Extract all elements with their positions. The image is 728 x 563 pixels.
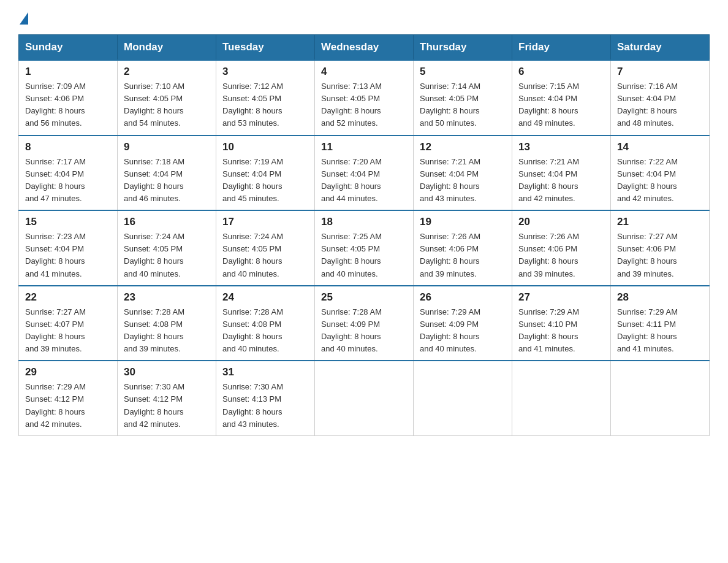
day-number: 6 bbox=[518, 66, 604, 78]
day-info: Sunrise: 7:09 AMSunset: 4:06 PMDaylight:… bbox=[25, 82, 86, 128]
calendar-cell: 14 Sunrise: 7:22 AMSunset: 4:04 PMDaylig… bbox=[611, 136, 710, 211]
day-number: 22 bbox=[25, 291, 111, 304]
day-number: 15 bbox=[25, 216, 111, 228]
calendar-cell: 21 Sunrise: 7:27 AMSunset: 4:06 PMDaylig… bbox=[611, 210, 710, 286]
calendar-cell: 1 Sunrise: 7:09 AMSunset: 4:06 PMDayligh… bbox=[19, 60, 118, 136]
day-info: Sunrise: 7:16 AMSunset: 4:04 PMDaylight:… bbox=[617, 82, 678, 128]
week-row: 8 Sunrise: 7:17 AMSunset: 4:04 PMDayligh… bbox=[19, 136, 710, 211]
calendar-cell: 20 Sunrise: 7:26 AMSunset: 4:06 PMDaylig… bbox=[512, 210, 611, 286]
calendar-cell: 12 Sunrise: 7:21 AMSunset: 4:04 PMDaylig… bbox=[414, 136, 512, 211]
calendar-cell: 31 Sunrise: 7:30 AMSunset: 4:13 PMDaylig… bbox=[216, 361, 315, 435]
day-info: Sunrise: 7:14 AMSunset: 4:05 PMDaylight:… bbox=[420, 82, 480, 128]
day-info: Sunrise: 7:27 AMSunset: 4:07 PMDaylight:… bbox=[25, 307, 86, 353]
calendar-cell: 9 Sunrise: 7:18 AMSunset: 4:04 PMDayligh… bbox=[118, 136, 216, 211]
calendar-table: SundayMondayTuesdayWednesdayThursdayFrid… bbox=[18, 34, 710, 436]
day-info: Sunrise: 7:28 AMSunset: 4:08 PMDaylight:… bbox=[124, 307, 184, 353]
day-of-week-header: Monday bbox=[118, 35, 216, 61]
calendar-cell: 23 Sunrise: 7:28 AMSunset: 4:08 PMDaylig… bbox=[118, 286, 216, 361]
week-row: 29 Sunrise: 7:29 AMSunset: 4:12 PMDaylig… bbox=[19, 361, 710, 435]
week-row: 15 Sunrise: 7:23 AMSunset: 4:04 PMDaylig… bbox=[19, 210, 710, 286]
day-number: 24 bbox=[222, 291, 308, 304]
calendar-cell: 24 Sunrise: 7:28 AMSunset: 4:08 PMDaylig… bbox=[216, 286, 315, 361]
day-info: Sunrise: 7:28 AMSunset: 4:08 PMDaylight:… bbox=[222, 307, 283, 353]
day-number: 27 bbox=[518, 291, 604, 304]
calendar-cell: 13 Sunrise: 7:21 AMSunset: 4:04 PMDaylig… bbox=[512, 136, 611, 211]
day-of-week-header: Sunday bbox=[19, 35, 118, 61]
day-info: Sunrise: 7:24 AMSunset: 4:05 PMDaylight:… bbox=[124, 232, 184, 278]
day-number: 16 bbox=[124, 216, 210, 228]
calendar-cell: 28 Sunrise: 7:29 AMSunset: 4:11 PMDaylig… bbox=[611, 286, 710, 361]
day-number: 21 bbox=[617, 216, 703, 228]
day-info: Sunrise: 7:27 AMSunset: 4:06 PMDaylight:… bbox=[617, 232, 678, 278]
day-number: 1 bbox=[25, 66, 111, 78]
day-number: 13 bbox=[518, 141, 604, 153]
day-info: Sunrise: 7:19 AMSunset: 4:04 PMDaylight:… bbox=[222, 157, 283, 203]
day-info: Sunrise: 7:13 AMSunset: 4:05 PMDaylight:… bbox=[321, 82, 382, 128]
day-number: 4 bbox=[321, 66, 407, 78]
calendar-cell bbox=[414, 361, 512, 435]
day-info: Sunrise: 7:29 AMSunset: 4:09 PMDaylight:… bbox=[420, 307, 480, 353]
day-of-week-header: Thursday bbox=[414, 35, 512, 61]
day-number: 17 bbox=[222, 216, 308, 228]
day-info: Sunrise: 7:21 AMSunset: 4:04 PMDaylight:… bbox=[518, 157, 579, 203]
day-of-week-header: Saturday bbox=[611, 35, 710, 61]
day-number: 18 bbox=[321, 216, 407, 228]
week-row: 1 Sunrise: 7:09 AMSunset: 4:06 PMDayligh… bbox=[19, 60, 710, 136]
day-number: 14 bbox=[617, 141, 703, 153]
calendar-header-row: SundayMondayTuesdayWednesdayThursdayFrid… bbox=[19, 35, 710, 61]
day-info: Sunrise: 7:24 AMSunset: 4:05 PMDaylight:… bbox=[222, 232, 283, 278]
calendar-cell: 19 Sunrise: 7:26 AMSunset: 4:06 PMDaylig… bbox=[414, 210, 512, 286]
day-info: Sunrise: 7:25 AMSunset: 4:05 PMDaylight:… bbox=[321, 232, 382, 278]
day-info: Sunrise: 7:10 AMSunset: 4:05 PMDaylight:… bbox=[124, 82, 184, 128]
calendar-cell: 7 Sunrise: 7:16 AMSunset: 4:04 PMDayligh… bbox=[611, 60, 710, 136]
calendar-cell: 8 Sunrise: 7:17 AMSunset: 4:04 PMDayligh… bbox=[19, 136, 118, 211]
day-number: 29 bbox=[25, 366, 111, 378]
calendar-cell: 4 Sunrise: 7:13 AMSunset: 4:05 PMDayligh… bbox=[315, 60, 414, 136]
day-of-week-header: Tuesday bbox=[216, 35, 315, 61]
calendar-cell: 30 Sunrise: 7:30 AMSunset: 4:12 PMDaylig… bbox=[118, 361, 216, 435]
calendar-cell bbox=[611, 361, 710, 435]
calendar-cell: 29 Sunrise: 7:29 AMSunset: 4:12 PMDaylig… bbox=[19, 361, 118, 435]
day-number: 31 bbox=[222, 366, 308, 378]
day-info: Sunrise: 7:15 AMSunset: 4:04 PMDaylight:… bbox=[518, 82, 579, 128]
day-number: 7 bbox=[617, 66, 703, 78]
calendar-cell: 2 Sunrise: 7:10 AMSunset: 4:05 PMDayligh… bbox=[118, 60, 216, 136]
calendar-cell: 16 Sunrise: 7:24 AMSunset: 4:05 PMDaylig… bbox=[118, 210, 216, 286]
day-info: Sunrise: 7:12 AMSunset: 4:05 PMDaylight:… bbox=[222, 82, 283, 128]
day-number: 9 bbox=[124, 141, 210, 153]
calendar-cell: 25 Sunrise: 7:28 AMSunset: 4:09 PMDaylig… bbox=[315, 286, 414, 361]
day-info: Sunrise: 7:29 AMSunset: 4:12 PMDaylight:… bbox=[25, 382, 86, 428]
day-number: 20 bbox=[518, 216, 604, 228]
calendar-cell bbox=[512, 361, 611, 435]
calendar-cell: 18 Sunrise: 7:25 AMSunset: 4:05 PMDaylig… bbox=[315, 210, 414, 286]
logo-triangle-icon bbox=[20, 12, 28, 25]
day-info: Sunrise: 7:23 AMSunset: 4:04 PMDaylight:… bbox=[25, 232, 86, 278]
calendar-cell: 5 Sunrise: 7:14 AMSunset: 4:05 PMDayligh… bbox=[414, 60, 512, 136]
day-number: 25 bbox=[321, 291, 407, 304]
day-number: 11 bbox=[321, 141, 407, 153]
day-info: Sunrise: 7:28 AMSunset: 4:09 PMDaylight:… bbox=[321, 307, 382, 353]
day-info: Sunrise: 7:22 AMSunset: 4:04 PMDaylight:… bbox=[617, 157, 678, 203]
day-info: Sunrise: 7:26 AMSunset: 4:06 PMDaylight:… bbox=[420, 232, 480, 278]
calendar-cell: 15 Sunrise: 7:23 AMSunset: 4:04 PMDaylig… bbox=[19, 210, 118, 286]
day-info: Sunrise: 7:30 AMSunset: 4:13 PMDaylight:… bbox=[222, 382, 283, 428]
calendar-cell: 26 Sunrise: 7:29 AMSunset: 4:09 PMDaylig… bbox=[414, 286, 512, 361]
day-number: 19 bbox=[420, 216, 506, 228]
page-header bbox=[18, 12, 710, 22]
day-info: Sunrise: 7:29 AMSunset: 4:11 PMDaylight:… bbox=[617, 307, 678, 353]
day-number: 8 bbox=[25, 141, 111, 153]
calendar-cell bbox=[315, 361, 414, 435]
day-number: 2 bbox=[124, 66, 210, 78]
day-number: 10 bbox=[222, 141, 308, 153]
day-number: 23 bbox=[124, 291, 210, 304]
calendar-cell: 17 Sunrise: 7:24 AMSunset: 4:05 PMDaylig… bbox=[216, 210, 315, 286]
day-number: 5 bbox=[420, 66, 506, 78]
day-info: Sunrise: 7:17 AMSunset: 4:04 PMDaylight:… bbox=[25, 157, 86, 203]
day-number: 30 bbox=[124, 366, 210, 378]
day-info: Sunrise: 7:21 AMSunset: 4:04 PMDaylight:… bbox=[420, 157, 480, 203]
calendar-cell: 27 Sunrise: 7:29 AMSunset: 4:10 PMDaylig… bbox=[512, 286, 611, 361]
calendar-cell: 11 Sunrise: 7:20 AMSunset: 4:04 PMDaylig… bbox=[315, 136, 414, 211]
calendar-cell: 6 Sunrise: 7:15 AMSunset: 4:04 PMDayligh… bbox=[512, 60, 611, 136]
week-row: 22 Sunrise: 7:27 AMSunset: 4:07 PMDaylig… bbox=[19, 286, 710, 361]
logo bbox=[18, 12, 28, 22]
